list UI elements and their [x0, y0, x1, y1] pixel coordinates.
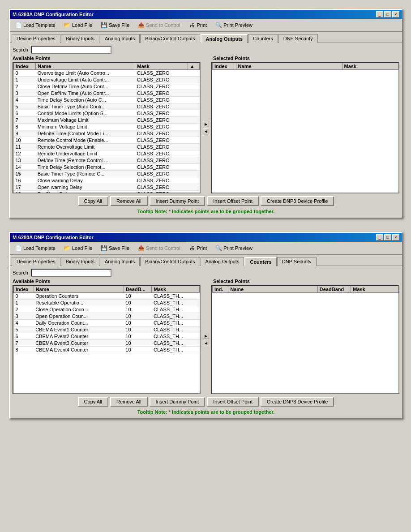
- table-row[interactable]: 8 CBEMA Event4 Counter 10 CLASS_TH...: [14, 347, 200, 353]
- table-row[interactable]: 6 CBEMA Event2 Counter 10 CLASS_TH...: [14, 333, 200, 340]
- cell-index: 1: [14, 77, 36, 83]
- save-file-btn-2[interactable]: 💾 Save File: [97, 243, 133, 253]
- table-row[interactable]: 9 Definite Time (Control Mode Li... CLAS…: [14, 130, 200, 137]
- send-control-btn-2[interactable]: 📤 Send to Control: [134, 243, 183, 253]
- cell-mask: CLASS_ZERO: [135, 177, 188, 184]
- arrow-right-btn-2[interactable]: ▶: [203, 333, 209, 339]
- table-row[interactable]: 4 Daily Operation Count... 10 CLASS_TH..…: [14, 320, 200, 326]
- tooltip-note-2: Tooltip Note: * Indicates points are to …: [13, 408, 399, 416]
- arrow-right-btn-1[interactable]: ▶: [203, 121, 209, 127]
- table-row[interactable]: 8 Minimum Voltage Limit CLASS_ZERO: [14, 124, 200, 130]
- print-preview-btn-2[interactable]: 🔍 Print Preview: [212, 243, 256, 253]
- table-row[interactable]: 5 CBEMA Event1 Counter 10 CLASS_TH...: [14, 326, 200, 333]
- table-row[interactable]: 1 Resettable Operatio... 10 CLASS_TH...: [14, 300, 200, 306]
- tab-binary-control-outputs-1[interactable]: Binary/Control Outputs: [140, 34, 200, 43]
- print-preview-icon-1: 🔍: [215, 21, 222, 29]
- tab-dnp-security-1[interactable]: DNP Security: [278, 34, 318, 43]
- print-btn-1[interactable]: 🖨 Print: [185, 20, 210, 30]
- cell-name: Maximum Voltage Limit: [36, 117, 135, 124]
- table-row[interactable]: 0 Operation Counters 10 CLASS_TH...: [14, 293, 200, 300]
- tab-binary-control-outputs-2[interactable]: Binary/Control Outputs: [140, 257, 200, 266]
- cell-index: 4: [14, 320, 34, 326]
- tab-device-properties-1[interactable]: Device Properties: [12, 34, 60, 43]
- tab-dnp-security-2[interactable]: DNP Security: [277, 257, 317, 266]
- toolbar-2: 📄 Load Template 📂 Load File 💾 Save File …: [10, 242, 402, 255]
- load-file-btn-2[interactable]: 📂 Load File: [60, 243, 95, 253]
- cell-mask: CLASS_ZERO: [135, 184, 188, 191]
- print-btn-2[interactable]: 🖨 Print: [185, 243, 210, 253]
- tab-analog-inputs-1[interactable]: Analog Inputs: [100, 34, 140, 43]
- table-row[interactable]: 15 Basic Timer Type (Remote C... CLASS_Z…: [14, 171, 200, 177]
- arrow-left-btn-2[interactable]: ◀: [203, 340, 209, 346]
- cell-index: 12: [14, 150, 36, 157]
- cell-name: CBEMA Event2 Counter: [34, 333, 124, 340]
- table-row[interactable]: 12 Remote Undervoltage Limit CLASS_ZERO: [14, 150, 200, 157]
- load-file-btn-1[interactable]: 📂 Load File: [60, 20, 95, 30]
- insert-offset-btn-2[interactable]: Insert Offset Point: [207, 397, 259, 407]
- tab-counters-1[interactable]: Counters: [248, 34, 278, 43]
- save-file-icon-2: 💾: [100, 245, 107, 252]
- load-template-btn-2[interactable]: 📄 Load Template: [12, 243, 59, 253]
- available-table-container-2[interactable]: Index Name DeadB... Mask 0 Operation Cou…: [13, 286, 200, 393]
- tab-analog-inputs-2[interactable]: Analog Inputs: [100, 257, 140, 266]
- cell-mask: CLASS_ZERO: [135, 70, 188, 77]
- insert-offset-btn-1[interactable]: Insert Offset Point: [207, 196, 259, 206]
- table-row[interactable]: 0 Overvoltage Limit (Auto Contro... CLAS…: [14, 70, 200, 77]
- insert-dummy-btn-1[interactable]: Insert Dummy Point: [150, 196, 206, 206]
- cell-mask: CLASS_ZERO: [135, 83, 188, 90]
- table-row[interactable]: 1 Undervoltage Limit (Auto Contr... CLAS…: [14, 77, 200, 83]
- arrow-left-btn-1[interactable]: ◀: [203, 128, 209, 134]
- cell-arrow: [188, 177, 199, 184]
- table-row[interactable]: 17 Open warning Delay CLASS_ZERO: [14, 184, 200, 191]
- minimize-btn-1[interactable]: _: [376, 11, 383, 17]
- load-template-btn-1[interactable]: 📄 Load Template: [12, 20, 59, 30]
- send-control-btn-1[interactable]: 📤 Send to Control: [134, 20, 183, 30]
- create-profile-btn-1[interactable]: Create DNP3 Device Profile: [261, 196, 334, 206]
- copy-all-btn-1[interactable]: Copy All: [78, 196, 108, 206]
- print-icon-1: 🖨: [188, 21, 196, 29]
- remove-all-btn-1[interactable]: Remove All: [110, 196, 148, 206]
- selected-table-container-1[interactable]: Index Name Mask: [212, 63, 398, 193]
- table-row[interactable]: 11 Remote Overvoltage Limit CLASS_ZERO: [14, 144, 200, 150]
- available-table-container-1[interactable]: Index Name Mask ▲ 0 Overvoltage Limit (A…: [13, 63, 200, 193]
- table-row[interactable]: 10 Remote Control Mode (Enable... CLASS_…: [14, 137, 200, 144]
- tab-analog-outputs-1[interactable]: Analog Outputs: [201, 34, 248, 43]
- cell-mask: CLASS_ZERO: [135, 137, 188, 144]
- cell-mask: CLASS_ZERO: [135, 191, 188, 193]
- minimize-btn-2[interactable]: _: [376, 234, 383, 240]
- tab-binary-inputs-2[interactable]: Binary Inputs: [61, 257, 99, 266]
- table-row[interactable]: 7 Maximum Voltage Limit CLASS_ZERO: [14, 117, 200, 124]
- print-preview-btn-1[interactable]: 🔍 Print Preview: [212, 20, 256, 30]
- search-input-2[interactable]: [31, 269, 111, 277]
- table-row[interactable]: 4 Time Delay Selection (Auto C... CLASS_…: [14, 97, 200, 103]
- table-row[interactable]: 2 Close Operation Coun... 10 CLASS_TH...: [14, 306, 200, 313]
- table-row[interactable]: 2 Close Def/Inv Time (Auto Cont... CLASS…: [14, 83, 200, 90]
- tab-counters-2[interactable]: Counters: [244, 257, 276, 266]
- tab-analog-outputs-2[interactable]: Analog Outputs: [201, 257, 244, 266]
- table-row[interactable]: 3 Open Def/Inv Time (Auto Contr... CLASS…: [14, 90, 200, 97]
- save-file-btn-1[interactable]: 💾 Save File: [97, 20, 133, 30]
- selected-col-name-2: Name: [228, 286, 318, 293]
- table-row[interactable]: 16 Close warning Delay CLASS_ZERO: [14, 177, 200, 184]
- panel-divider-1: ▶ ◀: [202, 62, 210, 193]
- selected-table-container-2[interactable]: Ind. Name DeadBand Mask: [212, 286, 398, 393]
- close-btn-1[interactable]: ×: [392, 11, 399, 17]
- search-input-1[interactable]: [31, 46, 111, 54]
- table-row[interactable]: 14 Time Delay Selection (Remot... CLASS_…: [14, 164, 200, 171]
- table-row[interactable]: 13 Def/Inv Time (Remote Control ... CLAS…: [14, 157, 200, 164]
- tab-device-properties-2[interactable]: Device Properties: [12, 257, 60, 266]
- maximize-btn-2[interactable]: □: [384, 234, 391, 240]
- tab-binary-inputs-1[interactable]: Binary Inputs: [61, 34, 99, 43]
- table-row[interactable]: 7 CBEMA Event3 Counter 10 CLASS_TH...: [14, 340, 200, 347]
- copy-all-btn-2[interactable]: Copy All: [78, 397, 108, 407]
- table-row[interactable]: 6 Control Mode Limits (Option S... CLASS…: [14, 110, 200, 117]
- table-row[interactable]: 3 Open Operation Coun... 10 CLASS_TH...: [14, 313, 200, 320]
- create-profile-btn-2[interactable]: Create DNP3 Device Profile: [261, 397, 334, 407]
- table-row[interactable]: 5 Basic Timer Type (Auto Contr... CLASS_…: [14, 103, 200, 110]
- table-row[interactable]: 18 Re-Close Delay CLASS_ZERO: [14, 191, 200, 193]
- remove-all-btn-2[interactable]: Remove All: [110, 397, 148, 407]
- insert-dummy-btn-2[interactable]: Insert Dummy Point: [150, 397, 206, 407]
- close-btn-2[interactable]: ×: [392, 234, 399, 240]
- available-table-1: Index Name Mask ▲ 0 Overvoltage Limit (A…: [13, 63, 200, 193]
- maximize-btn-1[interactable]: □: [384, 11, 391, 17]
